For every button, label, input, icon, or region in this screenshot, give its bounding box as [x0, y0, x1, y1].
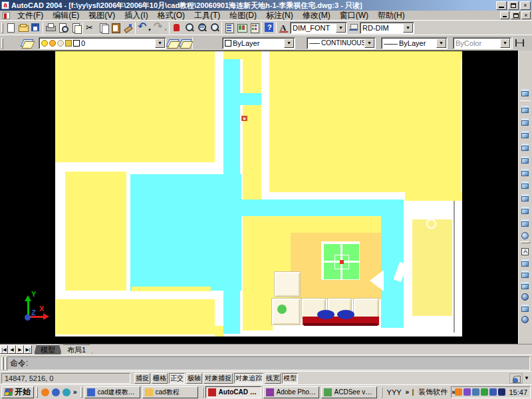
- plot-preview-icon[interactable]: [57, 22, 68, 33]
- restore-button[interactable]: [508, 1, 519, 10]
- tab-first-button[interactable]: |◀: [0, 345, 8, 354]
- dim-style-icon[interactable]: [348, 22, 359, 33]
- text-style-icon[interactable]: A: [278, 22, 289, 33]
- quicklaunch-messenger-icon[interactable]: [63, 388, 70, 396]
- designcenter-icon[interactable]: [236, 22, 247, 33]
- paste-icon[interactable]: [110, 22, 121, 33]
- undo-icon[interactable]: ↶: [137, 22, 148, 33]
- linetype-dropdown-arrow[interactable]: ▼: [364, 39, 374, 48]
- menu-format[interactable]: 格式(O): [153, 11, 190, 20]
- view-sw-iso-icon[interactable]: [520, 180, 531, 191]
- menu-view[interactable]: 视图(V): [84, 11, 120, 20]
- status-snap-button[interactable]: 捕捉: [134, 373, 150, 384]
- help-icon[interactable]: ?: [263, 22, 275, 33]
- wireframe-2d-icon[interactable]: [520, 247, 531, 257]
- dim-style-dropdown-arrow[interactable]: ▼: [403, 23, 413, 33]
- tab-model[interactable]: 模型: [34, 344, 62, 354]
- zoom-window-icon[interactable]: ⊡: [196, 22, 207, 33]
- flat-shaded-icon[interactable]: [520, 281, 531, 291]
- gouraud-shaded-edges-icon[interactable]: [520, 315, 531, 325]
- toolbar-grip[interactable]: [1, 23, 3, 33]
- cut-icon[interactable]: ✂: [84, 22, 96, 33]
- menu-dimension[interactable]: 标注(N): [261, 11, 298, 20]
- status-model-button[interactable]: 模型: [282, 373, 298, 384]
- gouraud-shaded-icon[interactable]: [520, 292, 531, 303]
- dim-style-combo[interactable]: RD-DIM▼: [360, 22, 414, 34]
- save-icon[interactable]: [30, 22, 41, 33]
- status-polar-button[interactable]: 极轴: [186, 373, 202, 384]
- tray-rising-icon[interactable]: [481, 388, 488, 396]
- minimize-button[interactable]: [496, 1, 507, 10]
- menu-tools[interactable]: 工具(T): [190, 11, 225, 20]
- command-window-grip[interactable]: [1, 357, 6, 370]
- status-grid-button[interactable]: 栅格: [152, 373, 168, 384]
- document-icon[interactable]: [3, 12, 10, 19]
- view-front-icon[interactable]: [520, 155, 531, 166]
- task-autocad[interactable]: AutoCAD 200...: [205, 386, 261, 398]
- status-otrack-button[interactable]: 对象追踪: [234, 373, 263, 384]
- view-bottom-icon[interactable]: [520, 117, 531, 128]
- tool-palettes-icon[interactable]: [249, 22, 260, 33]
- tray-firewall-icon[interactable]: [489, 388, 497, 396]
- view-right-icon[interactable]: [520, 142, 531, 153]
- copy-icon[interactable]: [97, 22, 108, 33]
- redo-icon[interactable]: ↷: [153, 22, 164, 33]
- quicklaunch-flashget-icon[interactable]: [41, 388, 49, 396]
- task-cad-modeling-tutorial[interactable]: cad建模教程...: [84, 386, 140, 398]
- color-combo[interactable]: ByLayer ▼: [222, 37, 295, 49]
- menu-file[interactable]: 文件(F): [13, 11, 48, 20]
- named-views-icon[interactable]: [520, 88, 531, 98]
- layer-previous-icon[interactable]: [180, 37, 191, 49]
- menu-window[interactable]: 窗口(W): [335, 11, 373, 20]
- hidden-icon[interactable]: [520, 269, 531, 280]
- lineweight-combo[interactable]: —— ByLayer ▼: [381, 37, 448, 49]
- make-layer-current-icon[interactable]: [167, 37, 178, 49]
- linetype-combo[interactable]: ——— CONTINUOUS ▼: [307, 37, 376, 49]
- command-prompt[interactable]: 命令:: [7, 356, 530, 370]
- view-ne-iso-icon[interactable]: [520, 205, 531, 216]
- layer-manager-icon[interactable]: [21, 37, 33, 49]
- pan-icon[interactable]: [171, 22, 182, 33]
- tab-next-button[interactable]: ▶: [16, 345, 24, 354]
- doc-minimize-button[interactable]: [500, 11, 509, 19]
- text-style-dropdown-arrow[interactable]: ▼: [336, 23, 346, 33]
- quicklaunch-chevron[interactable]: »: [73, 388, 77, 396]
- view-left-icon[interactable]: [520, 130, 531, 140]
- tab-layout1[interactable]: 布局1: [61, 344, 92, 354]
- command-line-window[interactable]: 命令:: [0, 354, 532, 371]
- view-se-iso-icon[interactable]: [520, 193, 531, 203]
- lineweight-dropdown-arrow[interactable]: ▼: [436, 39, 446, 48]
- menu-edit[interactable]: 编辑(E): [48, 11, 84, 20]
- tray-volume-icon[interactable]: [472, 388, 479, 396]
- color-dropdown-arrow[interactable]: ▼: [284, 39, 294, 48]
- status-ortho-button[interactable]: 正交: [169, 373, 185, 384]
- properties-icon[interactable]: [223, 22, 235, 33]
- status-lineweight-button[interactable]: 线宽: [265, 373, 281, 384]
- doc-close-button[interactable]: ×: [521, 11, 531, 19]
- flat-shaded-edges-icon[interactable]: [520, 303, 531, 314]
- dimension-linear-icon[interactable]: [514, 37, 525, 49]
- tab-prev-button[interactable]: ◀: [8, 345, 16, 354]
- text-style-combo[interactable]: DIM_FONT▼: [290, 22, 347, 34]
- zoom-realtime-icon[interactable]: [184, 22, 195, 33]
- toolbar-yyy-chevron[interactable]: »: [406, 388, 410, 396]
- task-cad-tutorial[interactable]: cad教程: [142, 386, 198, 398]
- close-button[interactable]: ×: [520, 1, 531, 10]
- free-orbit-icon[interactable]: [520, 231, 531, 241]
- layers-toolbar-grip[interactable]: [1, 38, 3, 49]
- layer-combo[interactable]: 0 ▼: [39, 37, 166, 49]
- menu-insert[interactable]: 插入(I): [120, 11, 152, 20]
- status-tray-arrow-icon[interactable]: ▼: [523, 373, 531, 384]
- wireframe-3d-icon[interactable]: [520, 258, 531, 269]
- communication-center-icon[interactable]: [509, 373, 523, 384]
- new-icon[interactable]: [5, 22, 16, 33]
- drawing-canvas[interactable]: Y X Z: [0, 51, 518, 344]
- quicklaunch-maxthon-icon[interactable]: [52, 388, 60, 396]
- task-photoshop[interactable]: Adobe Photo...: [263, 386, 319, 398]
- match-properties-icon[interactable]: [122, 22, 134, 33]
- start-button[interactable]: 开始: [1, 386, 34, 398]
- tray-ime-icon[interactable]: [498, 388, 505, 396]
- task-acdsee[interactable]: ACDSee v3.1...: [321, 386, 377, 398]
- tray-msn-icon[interactable]: [464, 388, 471, 396]
- publish-icon[interactable]: [70, 22, 81, 33]
